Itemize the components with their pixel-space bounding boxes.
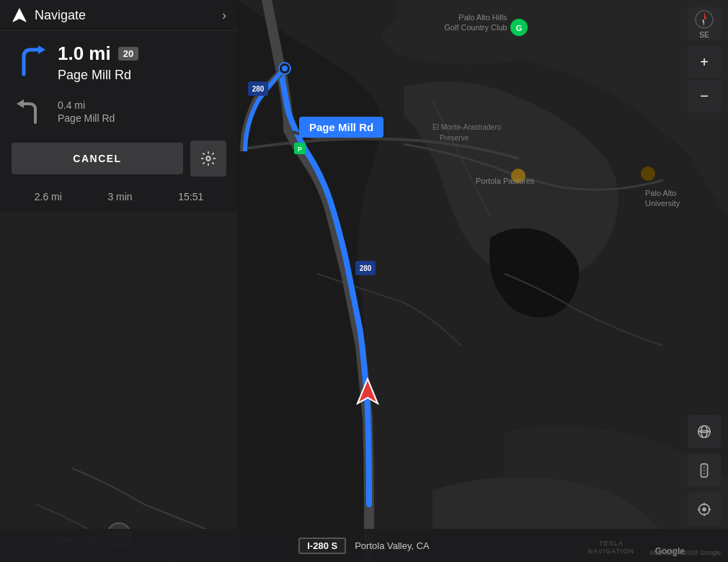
svg-text:El Monte-Arastradero: El Monte-Arastradero — [432, 123, 501, 131]
nav-panel: Navigate › 1.0 mi 20 Page Mill Rd — [0, 0, 238, 213]
svg-marker-28 — [17, 99, 24, 108]
gear-icon — [200, 151, 216, 166]
svg-point-7 — [641, 166, 655, 181]
primary-distance-row: 1.0 mi 20 — [58, 43, 226, 65]
zoom-out-button[interactable]: − — [688, 79, 721, 112]
nav-title: Navigate — [35, 8, 86, 23]
compass-icon — [694, 9, 714, 30]
compass-button[interactable]: SE — [688, 7, 721, 40]
svg-point-25 — [282, 66, 288, 71]
svg-text:Golf Country Club: Golf Country Club — [444, 23, 507, 32]
secondary-distance: 0.4 mi — [58, 99, 226, 111]
location-button[interactable] — [688, 493, 721, 526]
primary-distance: 1.0 mi — [58, 43, 111, 65]
svg-point-29 — [206, 156, 210, 161]
nav-chevron-icon[interactable]: › — [222, 8, 226, 23]
svg-text:Portola Pastures: Portola Pastures — [476, 177, 535, 185]
bottom-controls — [688, 415, 721, 526]
primary-turn-info: 1.0 mi 20 Page Mill Rd — [58, 43, 226, 83]
secondary-road: Page Mill Rd — [58, 112, 226, 124]
nav-header: Navigate › — [0, 0, 238, 31]
svg-point-36 — [703, 466, 706, 469]
location-text: Portola Valley, CA — [355, 540, 430, 551]
traffic-light-icon — [696, 463, 712, 478]
secondary-turn-info: 0.4 mi Page Mill Rd — [58, 99, 226, 124]
right-controls: SE + − — [688, 7, 721, 112]
map-data-text: Map data ©2018 Google — [650, 549, 721, 556]
svg-point-40 — [702, 507, 706, 512]
trip-duration: 3 min — [107, 191, 132, 202]
speed-badge: 20 — [118, 47, 138, 61]
brand-text: TESLA NAVIGATION — [588, 540, 634, 556]
svg-marker-27 — [38, 45, 45, 54]
svg-point-34 — [701, 426, 707, 438]
svg-marker-26 — [13, 9, 26, 22]
compass-label: SE — [699, 31, 709, 39]
globe-icon — [696, 424, 712, 440]
svg-point-38 — [703, 473, 706, 476]
svg-text:Palo Alto: Palo Alto — [645, 189, 676, 197]
trip-info: 2.6 mi 3 min 15:51 — [0, 185, 238, 213]
trip-distance: 2.6 mi — [35, 191, 62, 202]
street-label: Page Mill Rd — [299, 117, 383, 138]
location-icon — [696, 501, 712, 517]
svg-text:Preserve: Preserve — [440, 134, 469, 142]
secondary-turn-card: 0.4 mi Page Mill Rd — [0, 92, 238, 133]
svg-text:P: P — [298, 146, 302, 153]
settings-button[interactable] — [190, 140, 226, 177]
zoom-controls: + − — [688, 46, 721, 112]
zoom-in-button[interactable]: + — [688, 46, 721, 79]
secondary-turn-icon — [12, 97, 48, 126]
traffic-button[interactable] — [688, 454, 721, 487]
svg-text:University: University — [645, 199, 680, 208]
cancel-button[interactable]: CANCEL — [12, 143, 183, 174]
primary-road: Page Mill Rd — [58, 68, 226, 83]
primary-turn-icon — [12, 41, 48, 84]
svg-text:280: 280 — [252, 85, 265, 93]
nav-header-left: Navigate — [12, 7, 86, 23]
trip-eta: 15:51 — [178, 191, 203, 202]
svg-text:G: G — [516, 24, 523, 32]
primary-turn-card: 1.0 mi 20 Page Mill Rd — [0, 31, 238, 92]
svg-text:280: 280 — [360, 264, 372, 272]
navigation-icon — [12, 7, 27, 23]
svg-point-37 — [703, 469, 706, 472]
globe-button[interactable] — [688, 415, 721, 448]
action-row: CANCEL — [0, 133, 238, 185]
road-badge: I-280 S — [298, 538, 346, 554]
svg-text:Palo Alto Hills: Palo Alto Hills — [458, 13, 507, 22]
bottom-bar: I-280 S Portola Valley, CA TESLA NAVIGAT… — [0, 529, 728, 562]
